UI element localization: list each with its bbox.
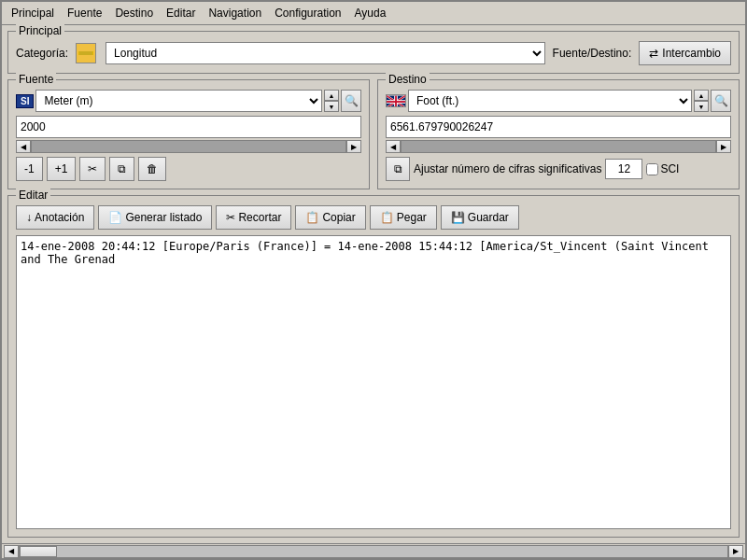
hscroll-track[interactable] [19,545,728,558]
sig-input[interactable] [605,159,642,179]
editar-btn-row: ↓ Anotación 📄 Generar listado ✂ Recortar… [16,205,731,230]
menu-configuration[interactable]: Configuration [269,5,346,21]
sig-label: Ajustar número de cifras significativas [414,162,601,175]
fuente-unit-select[interactable]: Meter (m) [35,90,322,112]
editar-group: Editar ↓ Anotación 📄 Generar listado ✂ R… [7,195,740,538]
principal-row: Categoría: [16,41,731,65]
copiar-label: Copiar [322,211,355,224]
intercambio-label: Intercambio [662,47,721,60]
fuente-scroll-left[interactable]: ◀ [16,140,31,153]
fuente-scroll-track[interactable] [31,140,346,153]
fuente-spin-down[interactable]: ▼ [324,101,339,112]
principal-label: Principal [16,24,64,37]
copiar-button[interactable]: 📋 Copiar [295,205,365,230]
fuente-value-input[interactable] [16,116,361,138]
recortar-label: Recortar [238,211,281,224]
pegar-icon: 📋 [380,211,394,224]
fuente-plus-button[interactable]: +1 [47,157,77,181]
destino-label: Destino [386,73,430,86]
destino-scroll-left[interactable]: ◀ [386,140,401,153]
copy-icon: ⧉ [118,162,126,175]
hscroll-thumb[interactable] [20,546,57,557]
destino-copy-button[interactable]: ⧉ [386,157,410,181]
fuente-minus-button[interactable]: -1 [16,157,43,181]
fuente-scroll-row: ◀ ▶ [16,140,361,153]
fuente-copy-button[interactable]: ⧉ [109,157,134,181]
destino-magnify-icon: 🔍 [714,94,728,107]
sci-checkbox-wrapper[interactable]: SCI [646,162,679,175]
menubar: Principal Fuente Destino Editar Navigati… [2,2,745,25]
destino-spin-down[interactable]: ▼ [694,101,709,112]
cut-icon: ✂ [88,162,97,175]
menu-fuente[interactable]: Fuente [62,5,107,21]
fuente-delete-button[interactable]: 🗑 [138,157,166,181]
copiar-icon: 📋 [305,211,319,224]
destino-spin-up[interactable]: ▲ [694,90,709,101]
guardar-button[interactable]: 💾 Guardar [441,205,519,230]
menu-ayuda[interactable]: Ayuda [349,5,392,21]
categoria-select[interactable]: Longitud [106,42,545,64]
fuente-scroll-right[interactable]: ▶ [346,140,361,153]
intercambio-button[interactable]: ⇄ Intercambio [639,41,731,65]
destino-unit-row: Foot (ft.) ▲ ▼ 🔍 [386,90,731,112]
fuente-destino-cols: Fuente SI Meter (m) ▲ ▼ 🔍 [7,79,740,189]
categoria-icon [76,43,96,63]
bottom-scrollbar: ◀ ▶ [2,543,745,558]
recortar-icon: ✂ [226,211,235,224]
categoria-select-wrapper[interactable]: Longitud [106,42,545,64]
fuente-spin: ▲ ▼ [324,90,339,112]
destino-value-input[interactable] [386,116,731,138]
generar-button[interactable]: 📄 Generar listado [98,205,212,230]
flag-icon [386,94,406,107]
si-badge: SI [16,94,34,108]
anotacion-icon: ↓ [26,211,32,224]
recortar-button[interactable]: ✂ Recortar [216,205,291,230]
intercambio-icon: ⇄ [649,47,658,60]
hscroll-right[interactable]: ▶ [728,545,743,558]
destino-scroll-track[interactable] [401,140,716,153]
menu-principal[interactable]: Principal [6,5,60,21]
menu-destino[interactable]: Destino [109,5,159,21]
sci-checkbox[interactable] [646,163,658,175]
guardar-label: Guardar [468,211,509,224]
delete-icon: 🗑 [147,162,158,175]
pegar-button[interactable]: 📋 Pegar [370,205,437,230]
destino-unit-wrapper[interactable]: Foot (ft.) [408,90,692,112]
main-content: Principal Categoría: [2,25,745,543]
destino-unit-select[interactable]: Foot (ft.) [408,90,692,112]
destino-magnify-button[interactable]: 🔍 [711,90,731,112]
generar-icon: 📄 [108,211,122,224]
pegar-label: Pegar [397,211,427,224]
destino-sig-row: ⧉ Ajustar número de cifras significativa… [386,157,731,181]
editar-label: Editar [16,189,50,202]
destino-spin: ▲ ▼ [694,90,709,112]
principal-group: Principal Categoría: [7,31,740,74]
fuente-spin-up[interactable]: ▲ [324,90,339,101]
destino-copy-icon: ⧉ [394,162,402,175]
menu-editar[interactable]: Editar [161,5,201,21]
guardar-icon: 💾 [451,211,465,224]
fuente-destino-label: Fuente/Destino: [553,47,632,60]
fuente-unit-row: SI Meter (m) ▲ ▼ 🔍 [16,90,361,112]
sci-label: SCI [660,162,679,175]
menu-navigation[interactable]: Navigation [203,5,267,21]
destino-group: Destino [377,79,740,189]
fuente-magnify-button[interactable]: 🔍 [341,90,361,112]
anotacion-label: Anotación [35,211,84,224]
fuente-unit-wrapper[interactable]: Meter (m) [35,90,322,112]
categoria-label: Categoría: [16,47,68,60]
fuente-action-row: -1 +1 ✂ ⧉ 🗑 [16,157,361,181]
svg-rect-17 [387,101,405,103]
fuente-magnify-icon: 🔍 [345,94,359,107]
editar-textarea[interactable]: 14-ene-2008 20:44:12 [Europe/Paris (Fran… [16,235,731,529]
fuente-group: Fuente SI Meter (m) ▲ ▼ 🔍 [7,79,370,189]
destino-scroll-row: ◀ ▶ [386,140,731,153]
anotacion-button[interactable]: ↓ Anotación [16,205,94,230]
fuente-label: Fuente [16,73,56,86]
generar-label: Generar listado [125,211,202,224]
destino-scroll-right[interactable]: ▶ [716,140,731,153]
hscroll-left[interactable]: ◀ [4,545,19,558]
fuente-cut-button[interactable]: ✂ [79,157,106,181]
